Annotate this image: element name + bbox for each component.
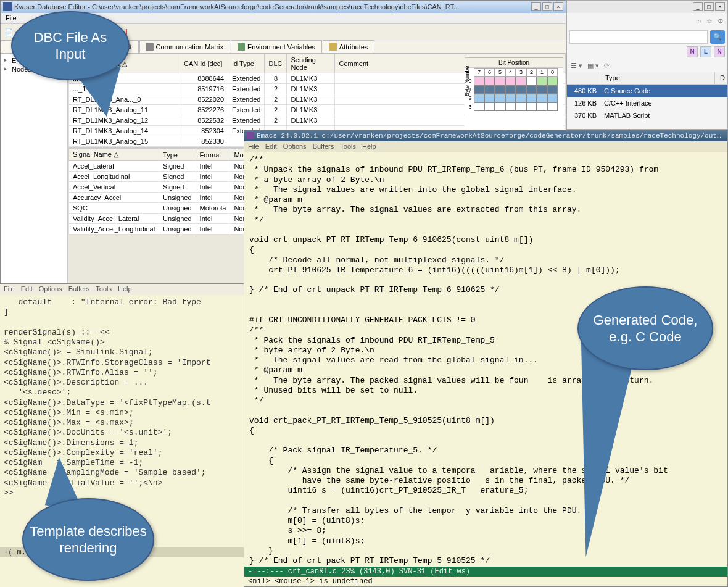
col-sending[interactable]: Sending Node — [287, 54, 335, 73]
emacs-menu-tools[interactable]: Tools — [96, 285, 112, 294]
emacs-right-status: -=--:--- crt_canRT.c 23% (3143,0) SVN-31… — [244, 567, 727, 577]
table-row[interactable]: Accuracy_AccelUnsignedIntelNorm — [69, 193, 255, 203]
col-idtype[interactable]: Id Type — [228, 54, 265, 73]
col-sig-format[interactable]: Format — [196, 149, 230, 161]
search-button[interactable]: 🔍 — [710, 30, 725, 44]
envvar-icon — [238, 43, 245, 51]
signal-table: Signal Name △ Type Format Mo Accel_Later… — [68, 148, 255, 235]
file-explorer-panel: _ □ × ⌂ ☆ ⚙ 🔍 N L N ☰ ▾ ▦ ▾ ⟳ Type D 480… — [566, 0, 728, 130]
emacs-r-menu-tools[interactable]: Tools — [340, 143, 356, 151]
matrix-icon — [146, 43, 154, 51]
callout-generated-code: Generated Code, e.g. C Code — [577, 286, 713, 370]
tab-attributes-label: Attributes — [339, 43, 368, 51]
callout-dbc-input: DBC File As Input — [11, 11, 130, 80]
callout-template: Template describes rendering — [22, 498, 154, 581]
maximize-button[interactable]: □ — [542, 2, 552, 11]
grid-view-icon[interactable]: ▦ ▾ — [587, 62, 599, 70]
emacs-menu-help[interactable]: Help — [118, 285, 132, 294]
refresh-icon[interactable]: ⟳ — [604, 62, 610, 70]
emacs-right-titlebar: Emacs 24.0.92.1 c:/user/vranken/projects… — [244, 130, 727, 141]
emacs-menu-buffers[interactable]: Buffers — [68, 285, 90, 294]
fp-max-button[interactable]: □ — [704, 2, 714, 11]
col-dlc[interactable]: DLC — [265, 54, 287, 73]
tab-envvars-label: Environment Variables — [247, 43, 315, 51]
emacs-r-menu-buffers[interactable]: Buffers — [313, 143, 334, 151]
table-row[interactable]: Validity_Accel_LongitudinalUnsignedIntel… — [69, 224, 255, 235]
gear-icon[interactable]: ⚙ — [718, 17, 724, 25]
emacs-r-menu-file[interactable]: File — [248, 143, 259, 151]
col-sig-name[interactable]: Signal Name △ — [69, 149, 159, 161]
minimize-button[interactable]: _ — [531, 2, 541, 11]
col-sig-type[interactable]: Type — [159, 149, 196, 161]
emacs-left-content[interactable]: default : "Internal error: Bad type ] re… — [0, 295, 244, 501]
emacs-menu-edit[interactable]: Edit — [21, 285, 33, 294]
close-button[interactable]: × — [553, 2, 563, 11]
emacs-right-title: Emacs 24.0.92.1 c:/user/vranken/projects… — [257, 132, 725, 139]
fp-col-size[interactable] — [567, 72, 600, 84]
table-row[interactable]: Accel_LongitudinalSignedIntelNorm — [69, 172, 255, 182]
emacs-left-menubar: File Edit Options Buffers Tools Help — [0, 284, 244, 295]
table-row[interactable]: Accel_VerticalSignedIntelNorm — [69, 182, 255, 193]
list-item[interactable]: 370 KBMATLAB Script — [567, 109, 727, 122]
path-input[interactable] — [569, 30, 708, 44]
table-row[interactable]: Accel_LateralSignedIntelNorm — [69, 161, 255, 172]
emacs-icon — [247, 132, 254, 139]
list-item[interactable]: 126 KBC/C++ Interface — [567, 97, 727, 109]
fp-tab-l[interactable]: L — [700, 46, 711, 57]
app-icon — [3, 2, 12, 11]
emacs-right-menubar: File Edit Options Buffers Tools Help — [244, 141, 727, 152]
bitpos-title: Bit Position — [465, 58, 563, 68]
byte-number-label: Byte Number — [464, 64, 470, 96]
tab-commmatrix[interactable]: Communication Matrix — [139, 40, 230, 53]
col-canid[interactable]: CAN Id [dec] — [180, 54, 228, 73]
tab-envvars[interactable]: Environment Variables — [231, 40, 322, 53]
fp-col-d[interactable]: D — [715, 72, 727, 84]
table-row[interactable]: SQCUnsignedMotorolaNorm — [69, 203, 255, 214]
fp-min-button[interactable]: _ — [693, 2, 703, 11]
emacs-r-menu-help[interactable]: Help — [362, 143, 376, 151]
table-row[interactable]: Validity_Accel_LateralUnsignedIntelNorm — [69, 214, 255, 224]
emacs-menu-options[interactable]: Options — [39, 285, 62, 294]
list-view-icon[interactable]: ☰ ▾ — [571, 62, 582, 70]
menu-file[interactable]: File — [6, 14, 17, 22]
emacs-right-minibuffer: <nil> <mouse-1> is undefined — [244, 577, 727, 586]
fp-tab-n2[interactable]: N — [714, 46, 725, 57]
home-icon[interactable]: ⌂ — [697, 17, 701, 25]
fp-col-type[interactable]: Type — [600, 72, 715, 84]
emacs-menu-file[interactable]: File — [4, 285, 15, 294]
fp-tab-n1[interactable]: N — [687, 46, 698, 57]
tree-pane: Environm Nodes — [1, 54, 68, 283]
emacs-r-menu-options[interactable]: Options — [283, 143, 307, 151]
tab-attributes[interactable]: Attributes — [323, 40, 374, 53]
star-icon[interactable]: ☆ — [706, 17, 713, 25]
fp-close-button[interactable]: × — [715, 2, 725, 11]
list-item[interactable]: 480 KBC Source Code — [567, 85, 727, 97]
emacs-r-menu-edit[interactable]: Edit — [265, 143, 277, 151]
kvaser-title: Kvaser Database Editor - C:\user\vranken… — [14, 3, 531, 10]
tab-commmatrix-label: Communication Matrix — [156, 43, 223, 51]
attr-icon — [329, 43, 337, 51]
kvaser-titlebar: Kvaser Database Editor - C:\user\vranken… — [1, 1, 566, 13]
